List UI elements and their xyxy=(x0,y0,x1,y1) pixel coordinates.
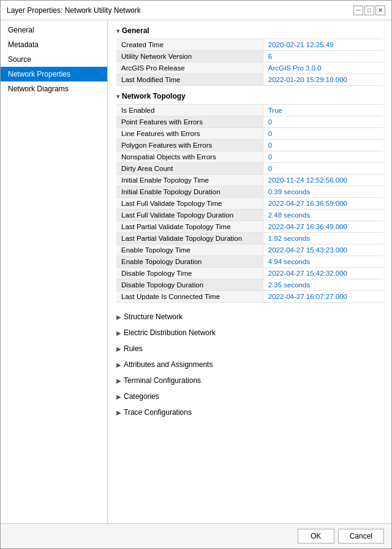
prop-value: 0.39 seconds xyxy=(263,186,383,198)
prop-value: 2020-11-24 12:52:56.000 xyxy=(263,175,383,186)
maximize-button[interactable]: □ xyxy=(364,6,374,15)
dialog: Layer Properties: Network Utility Networ… xyxy=(0,0,392,549)
footer: OK Cancel xyxy=(1,523,391,548)
prop-key: Last Full Validate Topology Time xyxy=(116,198,263,210)
section-topology-header[interactable]: ▾ Network Topology xyxy=(116,92,383,100)
general-table: Created Time2020-02-21 12:25:49Utility N… xyxy=(116,39,383,86)
collapsed-section-label: Structure Network xyxy=(124,312,183,321)
cancel-button[interactable]: Cancel xyxy=(338,529,384,543)
sidebar-item-source[interactable]: Source xyxy=(1,52,107,67)
content-area: ▾ General Created Time2020-02-21 12:25:4… xyxy=(108,20,391,523)
collapsed-section-item[interactable]: ▶Rules xyxy=(116,341,383,357)
prop-value: 1.92 seconds xyxy=(263,233,383,244)
table-row: Created Time2020-02-21 12:25:49 xyxy=(116,39,383,51)
ok-button[interactable]: OK xyxy=(298,529,334,543)
chevron-collapsed-icon: ▶ xyxy=(116,330,121,336)
prop-value: 0 xyxy=(263,116,383,128)
prop-value: 6 xyxy=(263,51,383,62)
prop-value: 2022-04-27 15:43:23.000 xyxy=(263,244,383,256)
collapsed-section-item[interactable]: ▶Categories xyxy=(116,388,383,404)
collapsed-section-label: Trace Configurations xyxy=(124,408,192,417)
title-bar: Layer Properties: Network Utility Networ… xyxy=(1,1,391,20)
prop-value: 4.94 seconds xyxy=(263,256,383,268)
chevron-collapsed-icon: ▶ xyxy=(116,362,121,368)
prop-value: 2022-01-20 15:29:10.000 xyxy=(263,74,383,86)
section-general-label: General xyxy=(122,26,149,35)
table-row: Nonspatial Objects with Errors0 xyxy=(116,151,383,163)
collapsed-section-item[interactable]: ▶Terminal Configurations xyxy=(116,373,383,388)
table-row: Disable Topology Time2022-04-27 15:42:32… xyxy=(116,268,383,279)
sidebar-item-metadata[interactable]: Metadata xyxy=(1,37,107,52)
table-row: Initial Enable Topology Duration0.39 sec… xyxy=(116,186,383,198)
prop-key: Last Partial Validate Topology Duration xyxy=(116,233,263,244)
prop-value: 2022-04-27 15:42:32.000 xyxy=(263,268,383,279)
prop-value: 2022-04-27 16:07:27.000 xyxy=(263,291,383,303)
prop-key: Last Full Validate Topology Duration xyxy=(116,210,263,221)
collapsed-section-label: Terminal Configurations xyxy=(124,376,201,385)
main-content: General Metadata Source Network Properti… xyxy=(1,20,391,523)
prop-value: 2022-04-27 16:36:59.000 xyxy=(263,198,383,210)
prop-key: Created Time xyxy=(116,39,263,51)
table-row: Line Features with Errors0 xyxy=(116,128,383,140)
minimize-button[interactable]: ─ xyxy=(353,6,363,15)
prop-value: ArcGIS Pro 3.0.0 xyxy=(263,62,383,74)
table-row: Last Full Validate Topology Duration2.48… xyxy=(116,210,383,221)
collapsed-section-item[interactable]: ▶Trace Configurations xyxy=(116,404,383,420)
prop-key: ArcGIS Pro Release xyxy=(116,62,263,74)
prop-key: Point Features with Errors xyxy=(116,116,263,128)
prop-key: Last Update Is Connected Time xyxy=(116,291,263,303)
prop-value: 2020-02-21 12:25:49 xyxy=(263,39,383,51)
prop-key: Initial Enable Topology Time xyxy=(116,175,263,186)
prop-key: Nonspatial Objects with Errors xyxy=(116,151,263,163)
table-row: Enable Topology Time2022-04-27 15:43:23.… xyxy=(116,244,383,256)
prop-value: 2.48 seconds xyxy=(263,210,383,221)
collapsed-section-label: Categories xyxy=(124,392,159,401)
sidebar-item-general[interactable]: General xyxy=(1,23,107,37)
prop-key: Utility Network Version xyxy=(116,51,263,62)
prop-key: Enable Topology Time xyxy=(116,244,263,256)
prop-key: Last Modified Time xyxy=(116,74,263,86)
prop-key: Disable Topology Time xyxy=(116,268,263,279)
prop-key: Enable Topology Duration xyxy=(116,256,263,268)
prop-key: Disable Topology Duration xyxy=(116,279,263,291)
table-row: Disable Topology Duration2.35 seconds xyxy=(116,279,383,291)
close-button[interactable]: ✕ xyxy=(375,6,385,15)
chevron-collapsed-icon: ▶ xyxy=(116,314,121,320)
collapsed-section-item[interactable]: ▶Structure Network xyxy=(116,309,383,325)
chevron-collapsed-icon: ▶ xyxy=(116,346,121,352)
sidebar-item-network-diagrams[interactable]: Network Diagrams xyxy=(1,81,107,96)
chevron-general-icon: ▾ xyxy=(116,28,119,34)
table-row: Utility Network Version6 xyxy=(116,51,383,62)
prop-key: Is Enabled xyxy=(116,105,263,116)
prop-key: Initial Enable Topology Duration xyxy=(116,186,263,198)
sidebar-item-network-properties[interactable]: Network Properties xyxy=(1,67,107,81)
prop-key: Polygon Features with Errors xyxy=(116,140,263,151)
title-bar-controls: ─ □ ✕ xyxy=(353,6,385,15)
table-row: Last Full Validate Topology Time2022-04-… xyxy=(116,198,383,210)
chevron-collapsed-icon: ▶ xyxy=(116,409,121,416)
table-row: Is EnabledTrue xyxy=(116,105,383,116)
table-row: Polygon Features with Errors0 xyxy=(116,140,383,151)
table-row: Initial Enable Topology Time2020-11-24 1… xyxy=(116,175,383,186)
prop-value: 0 xyxy=(263,163,383,175)
prop-key: Line Features with Errors xyxy=(116,128,263,140)
topology-table: Is EnabledTruePoint Features with Errors… xyxy=(116,104,383,303)
prop-value: 0 xyxy=(263,140,383,151)
collapsed-section-item[interactable]: ▶Electric Distribution Network xyxy=(116,325,383,341)
section-topology-label: Network Topology xyxy=(122,92,186,100)
table-row: Enable Topology Duration4.94 seconds xyxy=(116,256,383,268)
chevron-collapsed-icon: ▶ xyxy=(116,393,121,400)
prop-value: 2022-04-27 16:36:49.000 xyxy=(263,221,383,233)
chevron-collapsed-icon: ▶ xyxy=(116,377,121,384)
chevron-topology-icon: ▾ xyxy=(116,93,119,100)
sidebar: General Metadata Source Network Properti… xyxy=(1,20,108,523)
section-general-header[interactable]: ▾ General xyxy=(116,26,383,35)
table-row: Last Partial Validate Topology Time2022-… xyxy=(116,221,383,233)
prop-key: Dirty Area Count xyxy=(116,163,263,175)
table-row: Dirty Area Count0 xyxy=(116,163,383,175)
prop-value: True xyxy=(263,105,383,116)
table-row: Point Features with Errors0 xyxy=(116,116,383,128)
collapsed-section-item[interactable]: ▶Attributes and Assignments xyxy=(116,357,383,373)
dialog-title: Layer Properties: Network Utility Networ… xyxy=(7,6,141,15)
collapsed-section-label: Electric Distribution Network xyxy=(124,328,216,337)
